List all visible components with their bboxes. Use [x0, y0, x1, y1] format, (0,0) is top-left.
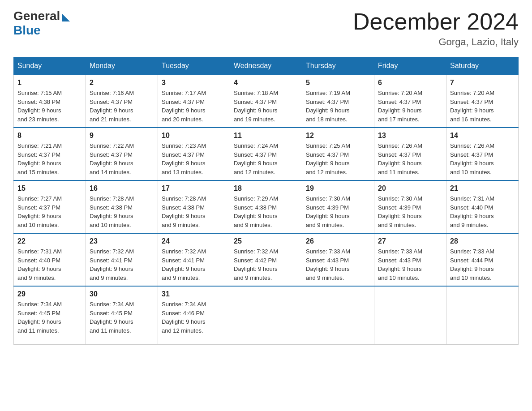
day-number: 23 [90, 237, 154, 245]
day-number: 3 [162, 79, 226, 87]
calendar-cell: 1 Sunrise: 7:15 AMSunset: 4:38 PMDayligh… [14, 75, 86, 128]
day-number: 2 [90, 79, 154, 87]
column-header-friday: Friday [374, 57, 446, 75]
day-info: Sunrise: 7:26 AMSunset: 4:37 PMDaylight:… [450, 142, 494, 176]
month-title: December 2024 [353, 9, 519, 34]
day-number: 20 [378, 184, 442, 193]
day-info: Sunrise: 7:21 AMSunset: 4:37 PMDaylight:… [17, 142, 62, 176]
calendar-cell: 22 Sunrise: 7:31 AMSunset: 4:40 PMDaylig… [14, 233, 86, 286]
day-number: 1 [17, 79, 82, 87]
column-header-monday: Monday [86, 57, 158, 75]
day-info: Sunrise: 7:33 AMSunset: 4:43 PMDaylight:… [306, 248, 350, 281]
calendar-cell: 6 Sunrise: 7:20 AMSunset: 4:37 PMDayligh… [374, 75, 446, 128]
day-number: 18 [234, 184, 298, 193]
calendar-cell: 12 Sunrise: 7:25 AMSunset: 4:37 PMDaylig… [302, 128, 374, 180]
calendar-cell [230, 286, 302, 344]
day-number: 4 [234, 79, 298, 87]
logo-general-text: General [13, 9, 60, 23]
day-number: 8 [17, 132, 82, 140]
calendar-cell: 4 Sunrise: 7:18 AMSunset: 4:37 PMDayligh… [230, 75, 302, 128]
title-section: December 2024 Gorga, Lazio, Italy [353, 9, 519, 48]
day-info: Sunrise: 7:27 AMSunset: 4:37 PMDaylight:… [17, 195, 62, 228]
day-info: Sunrise: 7:33 AMSunset: 4:43 PMDaylight:… [378, 248, 422, 281]
day-number: 24 [162, 237, 226, 245]
day-number: 15 [17, 184, 82, 193]
calendar-cell: 26 Sunrise: 7:33 AMSunset: 4:43 PMDaylig… [302, 233, 374, 286]
day-info: Sunrise: 7:34 AMSunset: 4:45 PMDaylight:… [90, 301, 134, 334]
day-info: Sunrise: 7:18 AMSunset: 4:37 PMDaylight:… [234, 90, 278, 123]
day-number: 12 [306, 132, 370, 140]
day-number: 11 [234, 132, 298, 140]
calendar-cell: 23 Sunrise: 7:32 AMSunset: 4:41 PMDaylig… [86, 233, 158, 286]
day-info: Sunrise: 7:30 AMSunset: 4:39 PMDaylight:… [378, 195, 422, 228]
calendar-cell: 14 Sunrise: 7:26 AMSunset: 4:37 PMDaylig… [446, 128, 519, 180]
logo-triangle-icon [62, 13, 70, 21]
day-number: 26 [306, 237, 370, 245]
calendar-cell: 29 Sunrise: 7:34 AMSunset: 4:45 PMDaylig… [14, 286, 86, 344]
calendar-cell: 7 Sunrise: 7:20 AMSunset: 4:37 PMDayligh… [446, 75, 519, 128]
calendar-cell: 19 Sunrise: 7:30 AMSunset: 4:39 PMDaylig… [302, 180, 374, 233]
day-number: 6 [378, 79, 442, 87]
calendar-cell: 17 Sunrise: 7:28 AMSunset: 4:38 PMDaylig… [158, 180, 230, 233]
calendar-cell: 20 Sunrise: 7:30 AMSunset: 4:39 PMDaylig… [374, 180, 446, 233]
calendar-cell: 5 Sunrise: 7:19 AMSunset: 4:37 PMDayligh… [302, 75, 374, 128]
calendar-week-row: 8 Sunrise: 7:21 AMSunset: 4:37 PMDayligh… [14, 128, 519, 180]
day-info: Sunrise: 7:30 AMSunset: 4:39 PMDaylight:… [306, 195, 350, 228]
day-info: Sunrise: 7:23 AMSunset: 4:37 PMDaylight:… [162, 142, 206, 176]
calendar-cell: 27 Sunrise: 7:33 AMSunset: 4:43 PMDaylig… [374, 233, 446, 286]
day-number: 29 [17, 290, 82, 298]
day-number: 17 [162, 184, 226, 193]
calendar-cell [302, 286, 374, 344]
calendar-cell: 25 Sunrise: 7:32 AMSunset: 4:42 PMDaylig… [230, 233, 302, 286]
calendar-header-row: SundayMondayTuesdayWednesdayThursdayFrid… [14, 57, 519, 75]
calendar-cell: 11 Sunrise: 7:24 AMSunset: 4:37 PMDaylig… [230, 128, 302, 180]
day-info: Sunrise: 7:32 AMSunset: 4:41 PMDaylight:… [162, 248, 206, 281]
location: Gorga, Lazio, Italy [353, 36, 519, 48]
calendar-cell: 21 Sunrise: 7:31 AMSunset: 4:40 PMDaylig… [446, 180, 519, 233]
day-number: 7 [450, 79, 515, 87]
calendar-cell: 10 Sunrise: 7:23 AMSunset: 4:37 PMDaylig… [158, 128, 230, 180]
calendar-cell: 30 Sunrise: 7:34 AMSunset: 4:45 PMDaylig… [86, 286, 158, 344]
calendar-cell: 3 Sunrise: 7:17 AMSunset: 4:37 PMDayligh… [158, 75, 230, 128]
day-info: Sunrise: 7:15 AMSunset: 4:38 PMDaylight:… [17, 90, 62, 123]
day-number: 19 [306, 184, 370, 193]
calendar-week-row: 22 Sunrise: 7:31 AMSunset: 4:40 PMDaylig… [14, 233, 519, 286]
day-info: Sunrise: 7:16 AMSunset: 4:37 PMDaylight:… [90, 90, 134, 123]
day-info: Sunrise: 7:32 AMSunset: 4:42 PMDaylight:… [234, 248, 278, 281]
day-number: 5 [306, 79, 370, 87]
day-info: Sunrise: 7:24 AMSunset: 4:37 PMDaylight:… [234, 142, 278, 176]
column-header-saturday: Saturday [446, 57, 519, 75]
calendar-cell: 2 Sunrise: 7:16 AMSunset: 4:37 PMDayligh… [86, 75, 158, 128]
logo-blue-text: Blue [13, 23, 41, 38]
day-info: Sunrise: 7:17 AMSunset: 4:37 PMDaylight:… [162, 90, 206, 123]
calendar-cell [446, 286, 519, 344]
calendar-cell: 15 Sunrise: 7:27 AMSunset: 4:37 PMDaylig… [14, 180, 86, 233]
day-info: Sunrise: 7:31 AMSunset: 4:40 PMDaylight:… [17, 248, 62, 281]
day-number: 16 [90, 184, 154, 193]
day-number: 25 [234, 237, 298, 245]
day-info: Sunrise: 7:28 AMSunset: 4:38 PMDaylight:… [162, 195, 206, 228]
calendar-week-row: 1 Sunrise: 7:15 AMSunset: 4:38 PMDayligh… [14, 75, 519, 128]
calendar-cell: 13 Sunrise: 7:26 AMSunset: 4:37 PMDaylig… [374, 128, 446, 180]
day-info: Sunrise: 7:22 AMSunset: 4:37 PMDaylight:… [90, 142, 134, 176]
calendar-cell: 9 Sunrise: 7:22 AMSunset: 4:37 PMDayligh… [86, 128, 158, 180]
day-info: Sunrise: 7:32 AMSunset: 4:41 PMDaylight:… [90, 248, 134, 281]
day-info: Sunrise: 7:29 AMSunset: 4:38 PMDaylight:… [234, 195, 278, 228]
column-header-thursday: Thursday [302, 57, 374, 75]
calendar-cell: 28 Sunrise: 7:33 AMSunset: 4:44 PMDaylig… [446, 233, 519, 286]
day-number: 9 [90, 132, 154, 140]
day-info: Sunrise: 7:33 AMSunset: 4:44 PMDaylight:… [450, 248, 494, 281]
day-info: Sunrise: 7:20 AMSunset: 4:37 PMDaylight:… [450, 90, 494, 123]
calendar-cell: 24 Sunrise: 7:32 AMSunset: 4:41 PMDaylig… [158, 233, 230, 286]
calendar-cell [374, 286, 446, 344]
day-number: 10 [162, 132, 226, 140]
calendar-cell: 18 Sunrise: 7:29 AMSunset: 4:38 PMDaylig… [230, 180, 302, 233]
calendar-cell: 31 Sunrise: 7:34 AMSunset: 4:46 PMDaylig… [158, 286, 230, 344]
day-info: Sunrise: 7:34 AMSunset: 4:45 PMDaylight:… [17, 301, 62, 334]
day-info: Sunrise: 7:19 AMSunset: 4:37 PMDaylight:… [306, 90, 350, 123]
day-number: 13 [378, 132, 442, 140]
day-info: Sunrise: 7:28 AMSunset: 4:38 PMDaylight:… [90, 195, 134, 228]
calendar-table: SundayMondayTuesdayWednesdayThursdayFrid… [13, 57, 519, 345]
day-info: Sunrise: 7:25 AMSunset: 4:37 PMDaylight:… [306, 142, 350, 176]
day-number: 27 [378, 237, 442, 245]
